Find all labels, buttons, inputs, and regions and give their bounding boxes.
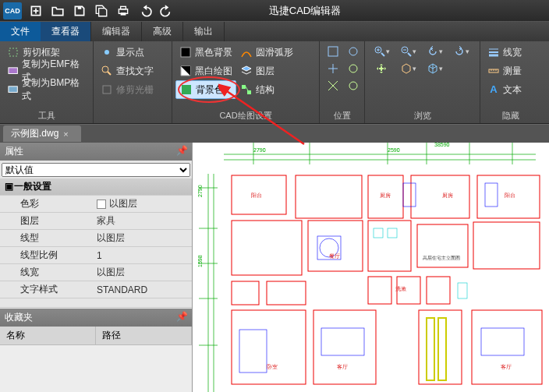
view-iso-button[interactable]: ▾	[422, 61, 447, 76]
fav-col-name[interactable]: 名称	[0, 327, 96, 344]
svg-rect-81	[403, 183, 416, 207]
favorites-title-label: 收藏夹	[5, 311, 33, 324]
struct-icon	[240, 83, 253, 96]
svg-text:厨房: 厨房	[442, 192, 453, 198]
svg-rect-60	[411, 175, 469, 218]
measure-button[interactable]: 测量	[483, 62, 538, 80]
menu-output[interactable]: 输出	[183, 22, 225, 41]
pan-button[interactable]	[369, 61, 394, 76]
crop-icon	[7, 46, 19, 58]
pos-tool-5[interactable]	[324, 78, 342, 94]
linewidth-button[interactable]: 线宽	[483, 43, 538, 62]
svg-rect-66	[473, 222, 540, 269]
text-icon: A	[487, 83, 500, 96]
point-icon	[101, 46, 113, 58]
view-3d-button[interactable]: ▾	[395, 61, 420, 76]
svg-rect-63	[308, 221, 363, 271]
pin-icon[interactable]: 📌	[176, 145, 187, 158]
show-point-label: 显示点	[116, 46, 144, 59]
svg-rect-74	[472, 310, 542, 384]
svg-point-10	[104, 50, 109, 55]
svg-rect-69	[368, 277, 391, 304]
favorites-panel: 收藏夹 📌 名称 路径	[0, 309, 192, 392]
svg-point-20	[349, 48, 357, 55]
new-file-button[interactable]	[25, 2, 47, 20]
pin-icon[interactable]: 📌	[176, 311, 187, 324]
bmp-icon	[7, 83, 19, 96]
show-point-button[interactable]: 显示点	[97, 43, 158, 62]
menu-bar: 文件 查看器 编辑器 高级 输出	[0, 21, 549, 41]
undo-button[interactable]	[134, 2, 156, 20]
bw-draw-label: 黑白绘图	[195, 65, 232, 78]
prop-row-textstyle[interactable]: 文字样式STANDARD	[0, 281, 192, 298]
menu-advanced[interactable]: 高级	[142, 22, 183, 41]
save-all-button[interactable]	[90, 2, 112, 20]
bgcolor-icon	[180, 83, 193, 96]
black-bg-icon	[179, 46, 192, 58]
svg-rect-76	[239, 330, 267, 373]
prop-row-linewidth[interactable]: 线宽以图层	[0, 264, 192, 281]
prop-row-linetype[interactable]: 线型以图层	[0, 230, 192, 247]
structure-button[interactable]: 结构	[236, 80, 297, 99]
pos-tool-3[interactable]	[324, 61, 342, 76]
prop-row-linescale[interactable]: 线型比例1	[0, 247, 192, 264]
menu-viewer[interactable]: 查看器	[41, 22, 91, 41]
open-file-button[interactable]	[47, 2, 69, 20]
smooth-arc-button[interactable]: 圆滑弧形	[236, 43, 297, 62]
svg-text:卧室: 卧室	[267, 364, 278, 369]
copy-bmp-button[interactable]: 复制为BMP格式	[3, 80, 90, 99]
close-tab-icon[interactable]: ×	[63, 129, 68, 139]
print-button[interactable]	[112, 2, 134, 20]
pos-tool-6[interactable]	[344, 78, 363, 94]
left-panel: 属性 📌 默认值 ▣一般设置 色彩以图层 图层家具 线型以图层 线型比例1 线宽…	[0, 143, 193, 392]
app-logo: CAD	[3, 2, 22, 19]
pos-tool-4[interactable]	[344, 61, 363, 76]
svg-text:38590: 38590	[434, 143, 450, 147]
zoom-in-button[interactable]: ▾	[369, 44, 394, 59]
svg-text:厨房: 厨房	[380, 192, 391, 198]
svg-text:阳台: 阳台	[505, 192, 515, 198]
bg-color-button[interactable]: 背景色	[175, 80, 236, 99]
properties-combo[interactable]: 默认值	[2, 162, 190, 177]
favorites-list	[0, 345, 192, 392]
layer-button[interactable]: 图层	[236, 62, 297, 80]
svg-rect-82	[485, 183, 498, 207]
redo-button[interactable]	[156, 2, 178, 20]
menu-editor[interactable]: 编辑器	[91, 22, 142, 41]
svg-text:1598: 1598	[197, 255, 203, 267]
svg-point-21	[349, 65, 357, 72]
prop-row-layer[interactable]: 图层家具	[0, 213, 192, 230]
rotate-left-button[interactable]: ▾	[422, 44, 447, 59]
rotate-right-button[interactable]: ▾	[448, 44, 473, 59]
section-label: 一般设置	[14, 181, 51, 192]
find-text-label: 查找文字	[116, 65, 154, 78]
drawing-canvas[interactable]: 2790 2590 38590 2790 1598	[193, 143, 549, 392]
pos-tool-2[interactable]	[344, 44, 363, 59]
pos-tool-1[interactable]	[324, 44, 342, 59]
black-bg-label: 黑色背景	[195, 46, 232, 59]
zoom-out-button[interactable]: ▾	[395, 44, 420, 59]
svg-rect-84	[438, 318, 446, 380]
prop-row-color[interactable]: 色彩以图层	[0, 196, 192, 213]
text-button[interactable]: A文本	[483, 80, 538, 99]
bw-draw-button[interactable]: 黑白绘图	[175, 62, 236, 80]
svg-rect-5	[121, 6, 126, 9]
find-text-button[interactable]: 查找文字	[97, 62, 158, 80]
svg-text:2590: 2590	[388, 147, 400, 153]
bw-icon	[179, 65, 192, 77]
svg-rect-7	[9, 48, 17, 56]
svg-rect-62	[232, 221, 302, 275]
black-bg-button[interactable]: 黑色背景	[175, 43, 236, 62]
svg-rect-14	[181, 48, 190, 57]
svg-rect-87	[458, 283, 467, 298]
ribbon-group-position-label: 位置	[323, 108, 361, 123]
fav-col-path[interactable]: 路径	[96, 327, 192, 344]
svg-rect-77	[321, 328, 364, 355]
tab-document[interactable]: 示例图.dwg ×	[3, 125, 81, 142]
arc-icon	[240, 46, 253, 58]
menu-file[interactable]: 文件	[0, 22, 41, 41]
checkbox-icon[interactable]	[97, 200, 106, 209]
save-button[interactable]	[69, 2, 90, 20]
ribbon-group-hide: 线宽 测量 A文本 隐藏	[480, 41, 541, 123]
text-label: 文本	[503, 83, 522, 97]
